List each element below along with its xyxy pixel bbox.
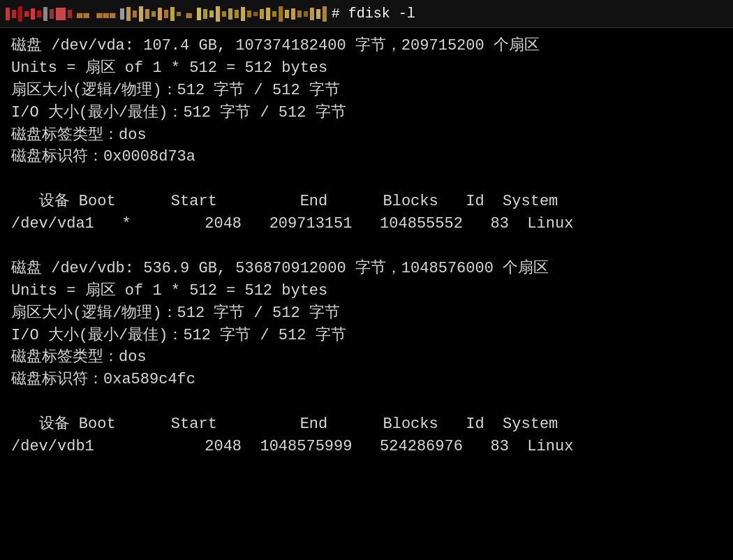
terminal-window: ▄▄ ▄▄▄ ▄ [0,0,733,560]
disk2-partition: /dev/vdb1 2048 1048575999 524286976 83 L… [11,436,722,458]
bar-seg-27 [235,10,239,18]
disk1-table-header: 设备 Boot Start End Blocks Id System [11,191,722,213]
disk2-table-header: 设备 Boot Start End Blocks Id System [11,413,722,436]
bar-seg-39 [310,8,314,20]
bar-seg-23 [209,10,214,17]
bar-seg-11 [120,8,124,20]
bar-seg-24 [216,6,220,22]
disk1-sector-size: 扇区大小(逻辑/物理)：512 字节 / 512 字节 [11,80,722,102]
bar-seg-4 [24,11,29,17]
bar-seg-19 [170,7,175,21]
bar-seg-25 [222,11,226,17]
disk1-units: Units = 扇区 of 1 * 512 = 512 bytes [11,57,722,80]
bar-seg-31 [260,9,264,19]
empty-1 [11,168,722,191]
bar-seg-10 [68,10,72,18]
bar-seg-22 [203,9,207,19]
bar-seg-16 [151,11,156,17]
bar-seg-15 [145,9,149,19]
bar-seg-9 [56,8,66,20]
bar-seg-35 [285,10,289,18]
bar-seg-33 [272,11,276,17]
terminal-command: # fdisk -l [332,3,415,24]
bar-seg-13 [133,10,137,17]
disk2-label-type: 磁盘标签类型：dos [11,346,722,369]
bar-seg-14 [139,6,143,22]
bar-seg-8 [50,9,54,19]
bar-seg-29 [247,10,251,17]
bar-seg-28 [241,7,245,21]
disk1-label-type: 磁盘标签类型：dos [11,124,722,147]
bar-seg-37 [297,10,302,17]
bar-seg-7 [43,7,47,21]
terminal-top-bar: ▄▄ ▄▄▄ ▄ [0,0,733,28]
disk2-io-size: I/O 大小(最小/最佳)：512 字节 / 512 字节 [11,325,722,347]
bar-seg-17 [158,8,162,20]
bar-seg-1 [6,8,10,20]
disk2-header: 磁盘 /dev/vdb: 536.9 GB, 536870912000 字节，1… [11,258,722,280]
bar-seg-38 [304,11,308,17]
bar-seg-3 [18,6,22,22]
bar-seg-21 [197,8,201,20]
empty-3 [11,391,722,413]
bar-seg-36 [291,8,295,20]
bar-seg-32 [266,8,270,20]
disk1-partition: /dev/vda1 * 2048 209713151 104855552 83 … [11,213,722,235]
brown-dots-1: ▄▄ ▄▄▄ [77,6,116,20]
terminal-content: 磁盘 /dev/vda: 107.4 GB, 107374182400 字节，2… [0,28,733,465]
bar-seg-5 [31,8,35,20]
bar-seg-34 [279,6,283,22]
empty-2 [11,235,722,258]
disk1-io-size: I/O 大小(最小/最佳)：512 字节 / 512 字节 [11,102,722,124]
bar-seg-18 [164,10,168,18]
bar-seg-40 [316,9,320,19]
bar-seg-41 [323,6,327,22]
bar-seg-6 [37,10,41,17]
disk2-units: Units = 扇区 of 1 * 512 = 512 bytes [11,280,722,302]
bar-seg-26 [228,8,232,20]
disk2-sector-size: 扇区大小(逻辑/物理)：512 字节 / 512 字节 [11,302,722,325]
disk2-identifier: 磁盘标识符：0xa589c4fc [11,369,722,391]
disk1-header: 磁盘 /dev/vda: 107.4 GB, 107374182400 字节，2… [11,35,722,57]
disk1-identifier: 磁盘标识符：0x0008d73a [11,146,722,168]
bar-seg-20 [177,12,181,16]
brown-dots-2: ▄ [186,6,192,20]
terminal-graphics: ▄▄ ▄▄▄ ▄ [6,6,327,22]
bar-seg-30 [253,12,258,16]
bar-seg-2 [12,10,16,18]
bar-seg-12 [126,7,131,21]
